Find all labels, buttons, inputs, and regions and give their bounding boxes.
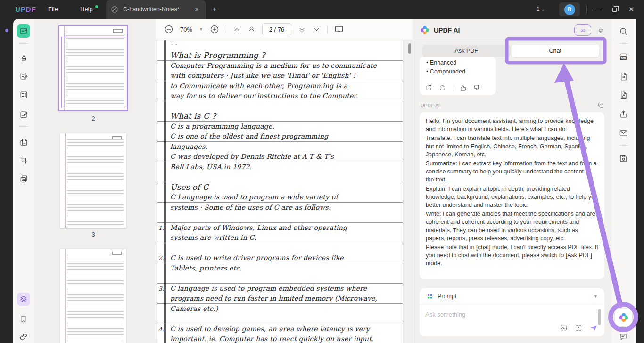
ai-panel-header: UPDF AI ∞: [413, 19, 611, 41]
handwritten-text: C is a programming language.: [170, 122, 274, 130]
edit-pdf-button[interactable]: [13, 68, 34, 84]
page-tools-button[interactable]: [13, 134, 34, 150]
menu-file[interactable]: File: [41, 0, 65, 19]
document-tab[interactable]: C-handwritten-Notes* ✕: [106, 0, 206, 19]
handwritten-line: to Communicate with each other, Programm…: [157, 81, 403, 91]
prompt-grid-icon: [426, 293, 434, 300]
window-close-button[interactable]: ✕: [623, 0, 639, 19]
first-page-button[interactable]: [233, 25, 241, 33]
ask-input[interactable]: [425, 307, 586, 321]
unlimited-badge[interactable]: ∞: [574, 24, 591, 36]
prompt-header[interactable]: Prompt ▼: [420, 288, 604, 304]
restore-button[interactable]: [606, 0, 622, 19]
account-button[interactable]: R: [559, 2, 580, 16]
protect-pdf-button[interactable]: [613, 88, 634, 103]
window-edge: [636, 19, 644, 343]
annotate-button[interactable]: [13, 50, 34, 66]
thumb-margin-line: [65, 249, 66, 343]
thumb-content: [67, 137, 124, 225]
new-tab-button[interactable]: +: [212, 6, 217, 13]
help-notification-dot: [95, 5, 98, 8]
regenerate-icon[interactable]: [439, 84, 446, 91]
handwritten-text: Major parts of Windows, Linux and other …: [170, 224, 347, 231]
save-button[interactable]: [613, 151, 634, 166]
next-page-button[interactable]: [298, 25, 306, 33]
handwritten-line: [157, 243, 403, 253]
screenshot-icon[interactable]: [575, 324, 582, 332]
email-button[interactable]: [613, 125, 634, 140]
convert-pdf-button[interactable]: [613, 69, 634, 84]
thumbs-up-icon[interactable]: [460, 84, 467, 91]
bullet-item: Enhanced: [426, 58, 489, 67]
ai-message-paragraph: Explain: I can explain a topic in depth,…: [426, 185, 598, 210]
handwritten-line: C Language is used to program a wide var…: [157, 192, 403, 203]
thumbnail-page-3[interactable]: [60, 133, 126, 228]
thumbnail-page-4[interactable]: [60, 249, 126, 343]
previous-page-button[interactable]: [248, 25, 256, 33]
viewer-scrollbar-thumb[interactable]: [408, 43, 411, 54]
zoom-level: 70%: [180, 26, 192, 33]
reader-view-button[interactable]: [13, 23, 34, 39]
bullet-list: EnhancedCompounded: [426, 58, 489, 76]
ai-panel-title: UPDF AI: [434, 26, 574, 34]
organize-pages-button[interactable]: [13, 87, 34, 103]
list-number: 3.: [158, 284, 165, 294]
zoom-in-button[interactable]: [210, 24, 219, 34]
prompt-scrollbar-thumb[interactable]: [598, 309, 601, 325]
share-button[interactable]: [613, 106, 634, 122]
copy-message-icon[interactable]: [597, 102, 604, 109]
handwritten-line: [157, 273, 403, 284]
minimize-button[interactable]: —: [589, 0, 605, 19]
rail-divider: [19, 43, 28, 44]
thumbnail-page-2[interactable]: [59, 26, 127, 110]
menu-help[interactable]: Help: [74, 0, 99, 19]
ocr-button[interactable]: OCR: [613, 49, 634, 64]
chevron-down-icon[interactable]: ▼: [594, 294, 598, 299]
list-number: 1.: [158, 223, 165, 233]
handwritten-line: 2. C is used to write driver programs fo…: [157, 253, 403, 263]
handwritten-text: C was developed by Dennis Ritchie at A T…: [170, 153, 334, 160]
actions-divider: [453, 85, 453, 91]
highlighter-icon: [19, 54, 28, 63]
last-page-button[interactable]: [313, 25, 321, 33]
send-icon[interactable]: [589, 324, 598, 332]
document-lock-icon: [619, 91, 628, 100]
clear-chat-broom-icon[interactable]: [597, 26, 605, 34]
crop-button[interactable]: [13, 152, 34, 168]
crop-icon: [19, 155, 28, 164]
prompt-actions: [560, 324, 598, 332]
tab-ask-pdf[interactable]: Ask PDF: [422, 45, 511, 57]
presentation-mode-button[interactable]: [334, 24, 344, 34]
export-icon[interactable]: [425, 84, 432, 91]
handwritten-text: important. ie. Computer has to react qui…: [170, 335, 374, 343]
attachment-panel-button[interactable]: [13, 329, 34, 343]
search-button[interactable]: [613, 24, 634, 39]
add-image-icon[interactable]: [560, 324, 568, 332]
page-number-input[interactable]: [262, 23, 291, 35]
watermark-button[interactable]: [13, 171, 34, 187]
message-sender-row: UPDF AI: [421, 102, 604, 109]
thumbnail-panel-button[interactable]: [13, 291, 34, 307]
handwritten-line: [157, 314, 403, 324]
sender-name: UPDF AI: [421, 103, 597, 108]
tab-chat[interactable]: Chat: [512, 45, 600, 57]
window-count-dropdown[interactable]: 1 ⌄: [537, 6, 545, 12]
handwritten-line: What is C ?: [157, 111, 403, 122]
ai-message-card: Hello, I'm your document assistant, aimi…: [420, 112, 604, 279]
handwritten-line: 1. Major parts of Windows, Linux and oth…: [157, 223, 403, 233]
thumbs-down-icon[interactable]: [473, 84, 480, 91]
fill-sign-button[interactable]: [13, 106, 34, 122]
bookmark-panel-button[interactable]: [13, 311, 34, 327]
comment-button[interactable]: [613, 329, 634, 343]
watermark-icon: [19, 174, 28, 183]
document-viewer[interactable]: · · What is Programming ? Computer Progr…: [156, 40, 413, 343]
updf-ai-floating-button[interactable]: [615, 309, 632, 326]
handwritten-text: C Language is used to program a wide var…: [170, 193, 338, 201]
zoom-out-button[interactable]: [164, 24, 173, 34]
tab-close-icon[interactable]: ✕: [192, 5, 201, 14]
thumb-margin-line: [65, 133, 66, 228]
handwritten-text: programs need to run faster in limited m…: [170, 294, 377, 302]
handwritten-line: [157, 212, 403, 223]
zoom-dropdown[interactable]: ▼: [199, 27, 203, 32]
handwritten-text: C is used to write driver programs for d…: [170, 254, 344, 261]
